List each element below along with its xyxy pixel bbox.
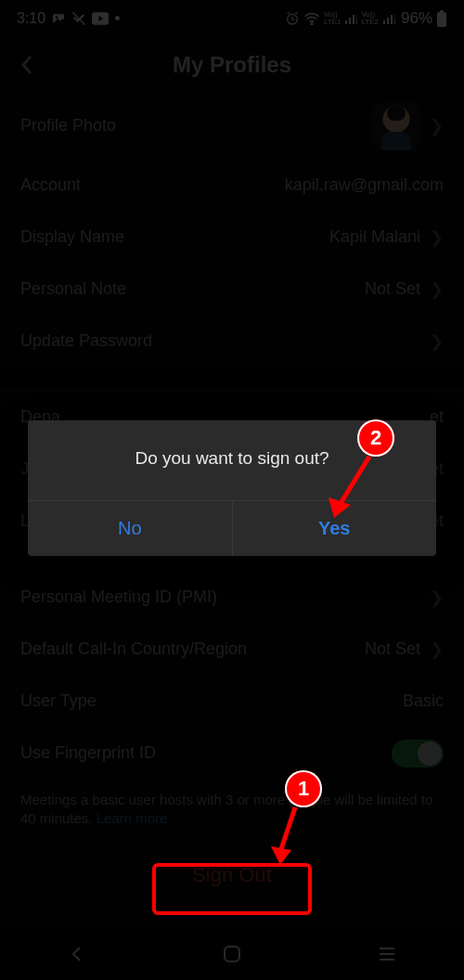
dialog-no-button[interactable]: No <box>28 501 232 556</box>
dialog-message: Do you want to sign out? <box>28 420 436 500</box>
dialog-yes-button[interactable]: Yes <box>232 501 437 556</box>
sign-out-dialog: Do you want to sign out? No Yes <box>28 420 436 556</box>
